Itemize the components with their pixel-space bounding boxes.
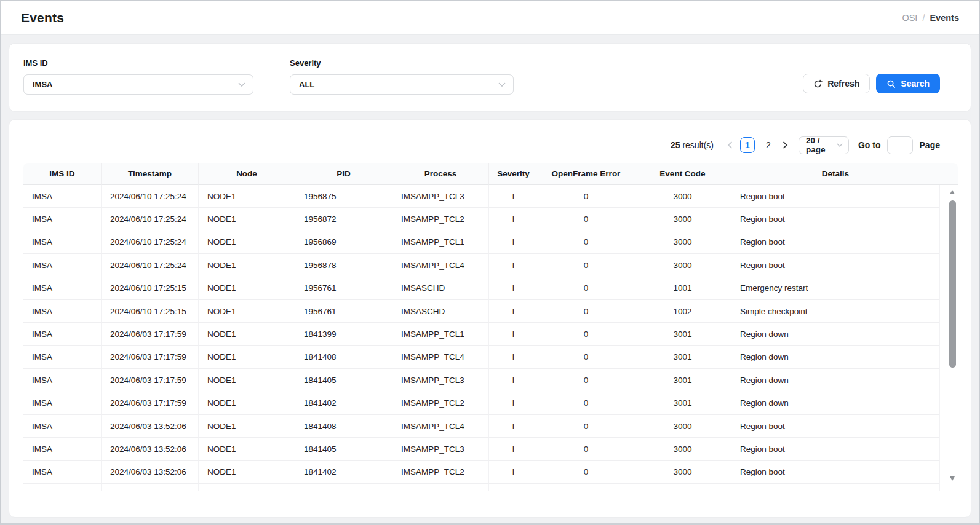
cell-ims-id: IMSA [23, 254, 101, 277]
table-row[interactable]: IMSA2024/06/03 13:52:06NODE11841408IMSAM… [23, 415, 958, 438]
table-row[interactable]: IMSA2024/06/03 13:52:06NODE11841405IMSAM… [23, 438, 958, 460]
goto-page-input[interactable] [887, 136, 913, 154]
page-size-select[interactable]: 20 / page [799, 136, 849, 154]
table-row[interactable]: IMSA2024/06/03 13:52:06NODE11841402IMSAM… [23, 461, 958, 484]
filter-severity: Severity ALL [290, 58, 514, 95]
cell-timestamp: 2024/06/10 17:25:24 [101, 254, 198, 277]
column-header-node: Node [198, 163, 295, 185]
cell-openframe-error: 0 [538, 438, 634, 460]
cell-timestamp: 2024/06/10 17:25:24 [101, 185, 198, 208]
table-row[interactable] [23, 484, 958, 491]
cell-timestamp: 2024/06/03 13:52:06 [101, 415, 198, 438]
cell-timestamp: 2024/06/03 13:52:06 [101, 461, 198, 484]
cell-process: IMSAMPP_TCL2 [392, 461, 488, 484]
page-label: Page [920, 140, 940, 150]
next-page-button[interactable] [779, 137, 792, 153]
scrollbar-thumb[interactable] [949, 200, 956, 368]
refresh-button[interactable]: Refresh [803, 74, 870, 93]
cell-event-code: 3001 [634, 369, 731, 392]
severity-selected-value: ALL [299, 80, 314, 89]
cell-process: IMSAMPP_TCL2 [392, 208, 488, 231]
ims-id-select[interactable]: IMSA [23, 74, 253, 95]
table-row[interactable]: IMSA2024/06/10 17:25:24NODE11956872IMSAM… [23, 208, 958, 231]
table-body: IMSA2024/06/10 17:25:24NODE11956875IMSAM… [23, 185, 958, 491]
table-row[interactable]: IMSA2024/06/03 17:17:59NODE11841405IMSAM… [23, 369, 958, 392]
cell-process: IMSAMPP_TCL4 [392, 254, 488, 277]
table-row[interactable]: IMSA2024/06/10 17:25:24NODE11956869IMSAM… [23, 231, 958, 254]
table-row[interactable]: IMSA2024/06/03 17:17:59NODE11841399IMSAM… [23, 323, 958, 345]
page-button-2[interactable]: 2 [761, 137, 776, 153]
chevron-down-icon [498, 82, 506, 87]
cell-pid: 1841405 [295, 438, 392, 460]
cell-ims-id: IMSA [23, 300, 101, 323]
filter-panel: IMS ID IMSA Severity ALL Refresh [9, 43, 971, 112]
cell-timestamp: 2024/06/10 17:25:24 [101, 208, 198, 231]
ims-id-label: IMS ID [23, 58, 253, 68]
table-row[interactable]: IMSA2024/06/10 17:25:24NODE11956875IMSAM… [23, 185, 958, 208]
cell-severity: I [488, 415, 538, 438]
column-header-event-code: Event Code [634, 163, 731, 185]
page-button-1[interactable]: 1 [740, 137, 755, 153]
cell-openframe-error: 0 [538, 185, 634, 208]
refresh-button-label: Refresh [827, 79, 859, 89]
cell-process: IMSAMPP_TCL2 [392, 392, 488, 415]
search-button[interactable]: Search [876, 74, 940, 93]
cell-pid: 1956761 [295, 300, 392, 323]
cell-process: IMSAMPP_TCL3 [392, 185, 488, 208]
filter-ims-id: IMS ID IMSA [23, 58, 253, 95]
scroll-down-icon[interactable] [950, 476, 955, 481]
filter-actions: Refresh Search [803, 74, 940, 93]
search-button-label: Search [901, 79, 930, 89]
cell-openframe-error: 0 [538, 323, 634, 345]
severity-select[interactable]: ALL [290, 74, 514, 95]
cell-ims-id: IMSA [23, 415, 101, 438]
cell-openframe-error: 0 [538, 277, 634, 300]
table-row[interactable]: IMSA2024/06/03 17:17:59NODE11841402IMSAM… [23, 392, 958, 415]
cell-details [731, 484, 939, 491]
results-count: 25 result(s) [671, 140, 714, 150]
cell-timestamp: 2024/06/03 17:17:59 [101, 346, 198, 369]
cell-pid: 1956761 [295, 277, 392, 300]
cell-node: NODE1 [198, 438, 295, 460]
table-row[interactable]: IMSA2024/06/10 17:25:15NODE11956761IMSAS… [23, 300, 958, 323]
cell-timestamp: 2024/06/10 17:25:15 [101, 300, 198, 323]
cell-process: IMSAMPP_TCL1 [392, 231, 488, 254]
page-header: Events OSI / Events [1, 1, 979, 35]
cell-node: NODE1 [198, 185, 295, 208]
cell-process: IMSAMPP_TCL4 [392, 346, 488, 369]
cell-event-code: 3000 [634, 208, 731, 231]
cell-event-code: 3001 [634, 323, 731, 345]
cell-severity: I [488, 438, 538, 460]
cell-event-code: 3000 [634, 415, 731, 438]
breadcrumb-parent[interactable]: OSI [902, 13, 917, 23]
cell-details: Region boot [731, 415, 939, 438]
column-header-openframe-error: OpenFrame Error [538, 163, 634, 185]
cell-node: NODE1 [198, 369, 295, 392]
cell-severity: I [488, 208, 538, 231]
cell-ims-id: IMSA [23, 185, 101, 208]
events-table: IMS IDTimestampNodePIDProcessSeverityOpe… [23, 163, 958, 491]
cell-severity: I [488, 277, 538, 300]
cell-process: IMSASCHD [392, 300, 488, 323]
scroll-up-icon[interactable] [950, 190, 955, 194]
cell-details: Simple checkpoint [731, 300, 939, 323]
cell-openframe-error: 0 [538, 461, 634, 484]
search-icon [886, 79, 896, 89]
cell-details: Emergency restart [731, 277, 939, 300]
table-row[interactable]: IMSA2024/06/10 17:25:24NODE11956878IMSAM… [23, 254, 958, 277]
table-row[interactable]: IMSA2024/06/10 17:25:15NODE11956761IMSAS… [23, 277, 958, 300]
column-header-pid: PID [295, 163, 392, 185]
cell-severity: I [488, 254, 538, 277]
cell-node: NODE1 [198, 254, 295, 277]
prev-page-button[interactable] [723, 137, 737, 153]
cell-openframe-error: 0 [538, 346, 634, 369]
cell-openframe-error: 0 [538, 231, 634, 254]
table-header-row: IMS IDTimestampNodePIDProcessSeverityOpe… [23, 163, 958, 185]
table-row[interactable]: IMSA2024/06/03 17:17:59NODE11841408IMSAM… [23, 346, 958, 369]
cell-pid: 1841408 [295, 346, 392, 369]
breadcrumb-current: Events [930, 13, 959, 23]
cell-severity: I [488, 369, 538, 392]
column-header-ims-id: IMS ID [23, 163, 101, 185]
breadcrumb-separator: / [922, 13, 925, 23]
cell-ims-id: IMSA [23, 208, 101, 231]
